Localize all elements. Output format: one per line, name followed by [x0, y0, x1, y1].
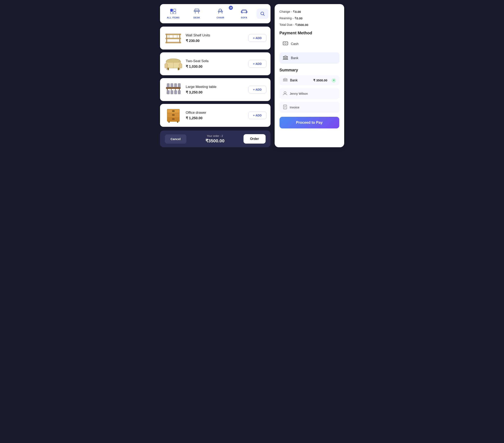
invoice-icon: [283, 105, 287, 110]
svg-rect-44: [167, 90, 169, 94]
sofa-icon: [241, 9, 247, 15]
svg-line-32: [180, 68, 180, 70]
chair-badge: 28: [229, 6, 233, 10]
product-image-meeting-table: [164, 81, 182, 98]
product-card-meeting-table: Large Meeting table ₹ 3,250.00 + ADD: [160, 78, 270, 101]
desk-icon: [194, 9, 200, 15]
add-wall-shelf-button[interactable]: + ADD: [248, 34, 267, 42]
all-items-icon: [170, 9, 176, 15]
left-panel: ALL ITEMS DESK: [160, 4, 270, 147]
order-bar: Cancel Your order - 2 ₹3500.00 Order: [160, 131, 270, 147]
svg-marker-69: [283, 78, 288, 79]
svg-line-31: [167, 68, 167, 70]
order-info: Your order - 2 ₹3500.00: [190, 134, 240, 144]
svg-rect-3: [174, 12, 176, 14]
search-button[interactable]: [257, 9, 269, 19]
svg-point-74: [284, 92, 286, 94]
svg-rect-28: [165, 64, 168, 68]
customer-name: Jenny Wilson: [290, 92, 308, 95]
add-drawer-button[interactable]: + ADD: [248, 111, 267, 119]
product-image-drawer: [164, 107, 182, 123]
summary-bank-icon: [283, 78, 288, 83]
svg-rect-12: [242, 11, 247, 13]
change-value: 0.00: [295, 10, 301, 14]
cash-icon: [283, 41, 288, 47]
tab-chair[interactable]: CHAIR 28: [209, 7, 232, 20]
cash-label: Cash: [291, 42, 299, 46]
payment-method-title: Payment Method: [280, 31, 339, 35]
svg-rect-47: [178, 90, 180, 94]
remove-summary-bank-button[interactable]: ✕: [331, 78, 336, 83]
invoice-label: Invoice: [290, 105, 300, 109]
tab-desk-label: DESK: [193, 16, 200, 19]
summary-title: Summary: [280, 68, 339, 72]
customer-icon: [283, 91, 287, 96]
tab-desk[interactable]: DESK: [186, 7, 208, 20]
svg-rect-56: [177, 121, 178, 123]
cancel-button[interactable]: Cancel: [165, 134, 186, 144]
tab-sofa[interactable]: SOFA: [233, 7, 255, 20]
tab-sofa-label: SOFA: [241, 16, 247, 19]
payment-method-cash[interactable]: Cash: [280, 38, 339, 50]
svg-rect-40: [167, 84, 169, 87]
svg-rect-54: [172, 119, 175, 120]
svg-rect-71: [285, 79, 286, 81]
payment-method-bank[interactable]: Bank: [280, 52, 339, 64]
svg-rect-64: [283, 57, 284, 59]
bank-icon: [283, 55, 288, 61]
reaming-row: Reaming - ₹ 0.00: [280, 16, 339, 20]
add-sofa-button[interactable]: + ADD: [248, 60, 267, 68]
total-due-row: Total Due - ₹ 3500.00: [280, 23, 339, 27]
svg-rect-46: [174, 90, 177, 94]
product-name-drawer: Office drawer: [186, 111, 245, 115]
product-name-meeting-table: Large Meeting table: [186, 85, 245, 89]
svg-rect-65: [285, 57, 286, 59]
svg-rect-33: [168, 68, 169, 70]
svg-rect-57: [283, 42, 288, 45]
order-label: Your order - 2: [190, 134, 240, 137]
svg-rect-35: [166, 87, 180, 89]
svg-rect-53: [172, 114, 175, 116]
svg-line-10: [222, 12, 222, 14]
summary-bank-item: Bank ₹ 3500.00 ✕: [280, 75, 339, 85]
product-list: Wall Shelf Units ₹ 230.00 + ADD: [160, 27, 270, 127]
product-price-meeting-table: ₹ 3,250.00: [186, 90, 245, 95]
total-due-value: 3500.00: [297, 23, 308, 27]
svg-line-18: [263, 15, 264, 16]
svg-rect-0: [170, 9, 173, 11]
svg-marker-63: [283, 56, 288, 57]
svg-rect-23: [179, 34, 180, 43]
product-card-drawer: Office drawer ₹ 1,250.00 + ADD: [160, 104, 270, 127]
proceed-to-pay-button[interactable]: Proceed to Pay: [280, 117, 339, 128]
svg-rect-29: [179, 64, 182, 68]
search-icon: [260, 11, 265, 16]
svg-line-9: [218, 12, 219, 14]
invoice-item: Invoice: [280, 102, 339, 113]
change-row: Change - ₹ 0.00: [280, 10, 339, 14]
product-info-drawer: Office drawer ₹ 1,250.00: [186, 111, 245, 120]
product-image-sofa: [164, 56, 182, 72]
tab-all-items[interactable]: ALL ITEMS: [162, 7, 185, 20]
product-info-sofa: Two-Seat Sofa ₹ 1,030.00: [186, 59, 245, 69]
product-name-sofa: Two-Seat Sofa: [186, 59, 245, 63]
svg-rect-5: [195, 9, 199, 11]
add-meeting-table-button[interactable]: + ADD: [248, 86, 267, 93]
category-tabs: ALL ITEMS DESK: [160, 4, 270, 23]
svg-rect-22: [166, 34, 167, 43]
svg-rect-70: [283, 79, 284, 81]
reaming-value: 0.00: [296, 17, 303, 20]
svg-rect-21: [165, 42, 181, 43]
product-info-meeting-table: Large Meeting table ₹ 3,250.00: [186, 85, 245, 95]
product-image-wall-shelf: [164, 30, 182, 46]
bank-label: Bank: [291, 56, 298, 60]
order-button[interactable]: Order: [244, 134, 266, 144]
summary-bank-label: Bank: [290, 79, 298, 82]
product-price-wall-shelf: ₹ 230.00: [186, 39, 245, 43]
svg-rect-52: [172, 110, 175, 112]
svg-rect-2: [170, 12, 173, 14]
product-info-wall-shelf: Wall Shelf Units ₹ 230.00: [186, 33, 245, 43]
svg-rect-41: [171, 84, 173, 87]
product-price-drawer: ₹ 1,250.00: [186, 116, 245, 120]
chair-icon: [217, 9, 223, 15]
product-price-sofa: ₹ 1,030.00: [186, 64, 245, 69]
